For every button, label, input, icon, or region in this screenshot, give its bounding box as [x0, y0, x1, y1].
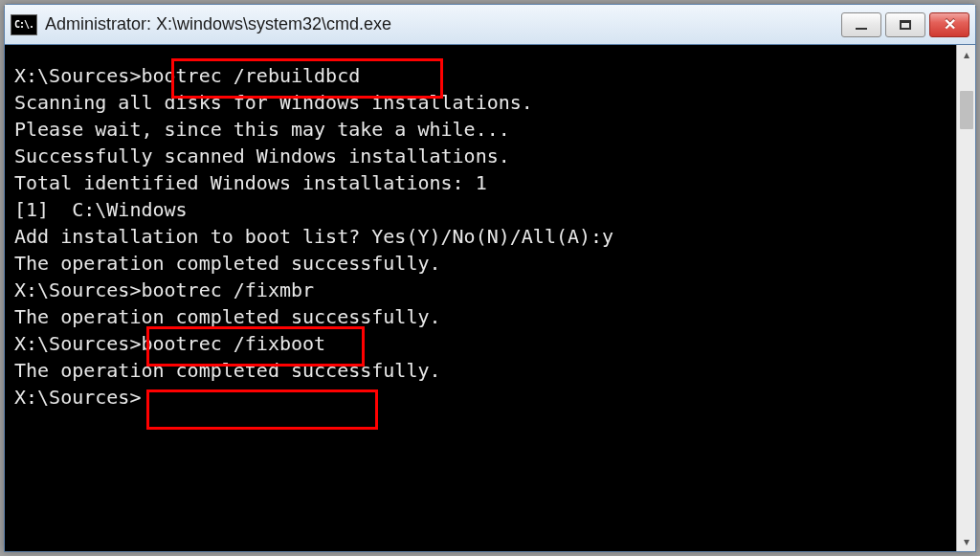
output-line: The operation completed successfully. [14, 303, 947, 330]
scroll-down-arrow-icon[interactable]: ▾ [957, 532, 975, 551]
window-title: Administrator: X:\windows\system32\cmd.e… [45, 14, 841, 34]
output-line: Total identified Windows installations: … [14, 169, 947, 196]
cmd-icon: C:\. [11, 14, 37, 35]
command-text: bootrec /fixmbr [141, 278, 314, 301]
prompt: X:\Sources> [14, 278, 141, 301]
minimize-button[interactable] [841, 12, 881, 37]
maximize-icon [900, 20, 911, 30]
output-line: [1] C:\Windows [14, 196, 947, 223]
close-button[interactable]: ✕ [929, 12, 969, 37]
maximize-button[interactable] [885, 12, 925, 37]
close-icon: ✕ [944, 15, 956, 33]
vertical-scrollbar[interactable]: ▴ ▾ [956, 45, 975, 551]
window-controls: ✕ [841, 12, 969, 37]
scrollbar-thumb[interactable] [960, 91, 973, 129]
terminal-output[interactable]: X:\Sources>bootrec /rebuildbcdScanning a… [5, 45, 956, 551]
prompt: X:\Sources> [14, 332, 141, 355]
prompt: X:\Sources> [14, 386, 141, 409]
minimize-icon [856, 28, 867, 30]
output-line: The operation completed successfully. [14, 250, 947, 277]
output-line: The operation completed successfully. [14, 357, 947, 384]
output-line: Successfully scanned Windows installatio… [14, 143, 947, 169]
prompt: X:\Sources> [14, 64, 141, 87]
command-text: bootrec /rebuildbcd [141, 64, 360, 87]
titlebar[interactable]: C:\. Administrator: X:\windows\system32\… [5, 5, 975, 45]
output-line: Scanning all disks for Windows installat… [14, 89, 947, 116]
cmd-window: C:\. Administrator: X:\windows\system32\… [4, 4, 976, 552]
scroll-up-arrow-icon[interactable]: ▴ [957, 45, 975, 64]
terminal-area: X:\Sources>bootrec /rebuildbcdScanning a… [5, 45, 975, 551]
command-text: bootrec /fixboot [141, 332, 325, 355]
output-line: Add installation to boot list? Yes(Y)/No… [14, 223, 947, 250]
output-line: Please wait, since this may take a while… [14, 116, 947, 143]
